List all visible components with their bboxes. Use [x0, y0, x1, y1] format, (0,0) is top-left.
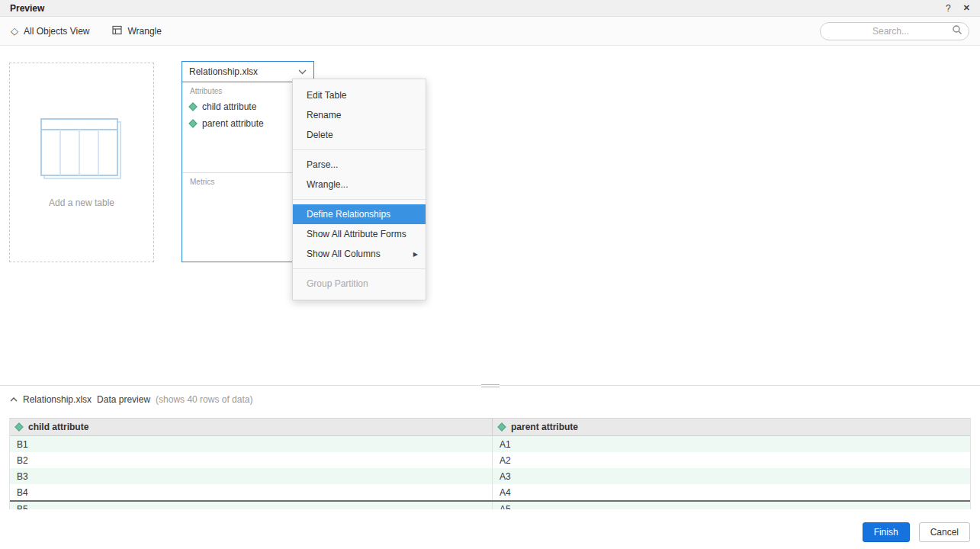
table-cell: A3 — [493, 468, 970, 484]
chevron-down-icon[interactable] — [298, 66, 307, 77]
add-table-label: Add a new table — [49, 197, 114, 208]
preview-row-count-note: (shows 40 rows of data) — [156, 394, 252, 405]
preview-subtitle: Data preview — [97, 394, 150, 405]
canvas: Add a new table Relationship.xlsx Attrib… — [0, 46, 980, 385]
panel-splitter — [0, 385, 980, 386]
table-cell: B4 — [10, 484, 493, 500]
menu-item-edit-table[interactable]: Edit Table — [293, 85, 426, 105]
table-row: B2 A2 — [10, 452, 970, 468]
search-icon — [952, 24, 962, 37]
table-context-menu: Edit Table Rename Delete Parse... Wrangl… — [292, 79, 426, 300]
menu-item-parse[interactable]: Parse... — [293, 155, 426, 175]
attribute-icon — [497, 422, 506, 431]
data-preview-table[interactable]: child attribute parent attribute B1 A1 B… — [9, 418, 971, 509]
help-icon[interactable]: ? — [946, 4, 951, 13]
attribute-name: child attribute — [202, 101, 256, 112]
footer: Finish Cancel — [0, 515, 980, 549]
table-cell: A4 — [493, 484, 970, 500]
menu-item-show-all-attribute-forms[interactable]: Show All Attribute Forms — [293, 224, 426, 244]
preview-table-name: Relationship.xlsx — [23, 394, 92, 405]
wrangle-button[interactable]: Wrangle — [112, 25, 161, 37]
column-header-child-attribute[interactable]: child attribute — [10, 419, 493, 435]
table-row: B1 A1 — [10, 436, 970, 452]
menu-separator — [293, 268, 426, 269]
table-row: B4 A4 — [10, 484, 970, 500]
collapse-preview-icon[interactable] — [10, 397, 18, 402]
title-bar: Preview ? ✕ — [0, 0, 980, 17]
submenu-arrow-icon: ▶ — [413, 251, 418, 258]
table-cell: B2 — [10, 452, 493, 468]
search-input[interactable] — [830, 26, 952, 37]
column-header-label: child attribute — [28, 422, 88, 432]
wrangle-icon — [112, 25, 122, 37]
cancel-button[interactable]: Cancel — [919, 522, 970, 542]
menu-item-rename[interactable]: Rename — [293, 105, 426, 125]
all-objects-view-button[interactable]: ◇ All Objects View — [11, 26, 89, 37]
all-objects-view-label: All Objects View — [24, 26, 89, 37]
menu-item-delete[interactable]: Delete — [293, 125, 426, 145]
menu-separator — [293, 149, 426, 150]
table-cell: B5 — [10, 502, 493, 509]
table-cell: A5 — [493, 502, 970, 509]
page-title: Preview — [10, 3, 44, 14]
attribute-icon — [14, 422, 23, 431]
menu-item-show-all-columns[interactable]: Show All Columns ▶ — [293, 244, 426, 264]
add-table-dropzone[interactable]: Add a new table — [9, 63, 154, 262]
table-cell: B1 — [10, 436, 493, 452]
wrangle-label: Wrangle — [127, 26, 161, 37]
attribute-icon — [188, 102, 197, 111]
table-cell: A1 — [493, 436, 970, 452]
column-header-label: parent attribute — [511, 422, 578, 432]
column-header-parent-attribute[interactable]: parent attribute — [493, 419, 970, 435]
table-cell: A2 — [493, 452, 970, 468]
table-card-title: Relationship.xlsx — [189, 66, 258, 77]
close-icon[interactable]: ✕ — [963, 4, 970, 12]
table-placeholder-icon — [40, 117, 124, 184]
finish-button[interactable]: Finish — [863, 522, 910, 542]
attribute-name: parent attribute — [202, 118, 264, 129]
search-box[interactable] — [820, 22, 969, 40]
table-cell: B3 — [10, 468, 493, 484]
table-row: B3 A3 — [10, 468, 970, 484]
toolbar: ◇ All Objects View Wrangle — [0, 17, 980, 46]
menu-item-group-partition: Group Partition — [293, 274, 426, 294]
splitter-drag-handle[interactable] — [481, 382, 500, 389]
menu-item-label: Show All Columns — [307, 249, 381, 259]
preview-window: Preview ? ✕ ◇ All Objects View Wrangle — [0, 0, 980, 549]
data-preview-header: Relationship.xlsx Data preview (shows 40… — [10, 394, 252, 405]
menu-item-wrangle[interactable]: Wrangle... — [293, 175, 426, 194]
all-objects-view-icon: ◇ — [11, 26, 18, 36]
menu-item-define-relationships[interactable]: Define Relationships — [293, 204, 426, 224]
table-row: B5 A5 — [10, 500, 970, 509]
attribute-icon — [188, 119, 197, 127]
menu-separator — [293, 199, 426, 200]
data-table-header: child attribute parent attribute — [10, 419, 970, 436]
